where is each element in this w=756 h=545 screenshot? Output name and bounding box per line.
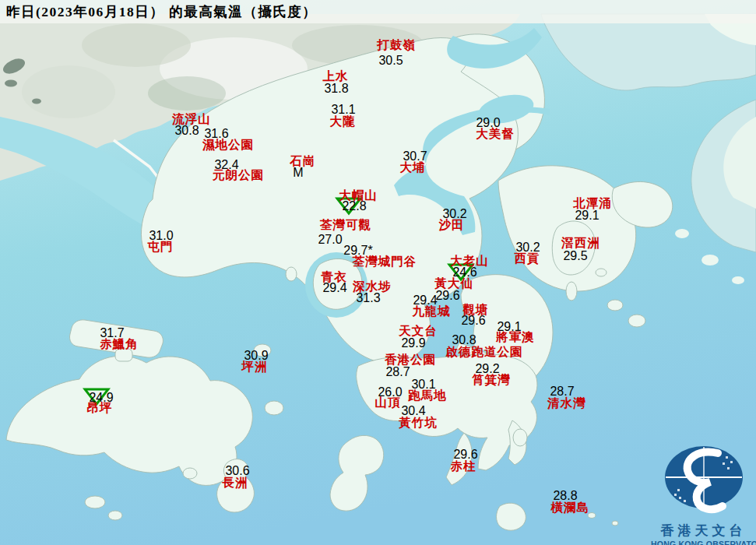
hko-logo-name-en: HONG KONG OBSERVATORY (651, 540, 756, 545)
station-value: 28.7 (385, 366, 410, 378)
station-name: 上水 (323, 70, 349, 83)
station-name: 昂坪 (87, 402, 113, 414)
station-name: 將軍澳 (496, 331, 535, 343)
station-value: 29.9 (401, 337, 425, 350)
station-value: 31.8 (324, 83, 348, 95)
hk-max-temperature-map: 昨日(2023年06月18日） 的最高氣溫（攝氏度） 30.5打鼓嶺31.8上水… (0, 0, 756, 545)
station-name: 香港公園 (385, 353, 436, 366)
station-name: 筲箕灣 (472, 374, 511, 386)
station-name: 大美督 (476, 128, 515, 140)
station-name: 大帽山 (339, 189, 378, 202)
station-name: 大埔 (400, 161, 426, 174)
hong-kong-basemap (0, 0, 756, 545)
station-name: 石崗 (290, 155, 316, 167)
station-value: 31.3 (356, 292, 380, 304)
station-name: 啟德跑道公園 (446, 346, 523, 358)
station-value: 22.8 (342, 200, 366, 213)
station-value: 27.0 (318, 234, 342, 246)
station-name: 屯門 (148, 241, 174, 253)
station-name: 黃大仙 (434, 277, 473, 290)
station-name: 大隴 (330, 115, 356, 128)
station-name: 觀塘 (463, 304, 489, 316)
station-name: 滘西洲 (561, 237, 600, 249)
station-name: 荃灣可觀 (320, 219, 371, 231)
station-value: 29.5 (563, 250, 587, 262)
station-value: 29.6 (461, 315, 485, 327)
station-name: 赤鱲角 (100, 338, 139, 350)
station-name: 天文台 (399, 325, 438, 337)
station-value: M (293, 167, 303, 179)
station-name: 赤柱 (451, 460, 476, 473)
po-toi (497, 503, 526, 530)
station-name: 山頂 (375, 396, 401, 409)
station-name: 橫瀾島 (550, 501, 589, 514)
station-value: 29.4 (322, 282, 346, 294)
station-name: 長洲 (223, 476, 248, 489)
station-name: 沙田 (439, 219, 465, 231)
station-name: 清水灣 (547, 397, 586, 410)
map-title: 昨日(2023年06月18日） 的最高氣溫（攝氏度） (6, 2, 317, 21)
station-value: 30.5 (378, 54, 403, 67)
hko-logo: 香港天文台 HONG KONG OBSERVATORY (651, 434, 756, 545)
station-name: 元朗公園 (213, 169, 264, 181)
station-name: 流浮山 (172, 113, 211, 125)
station-value: 30.8 (174, 125, 199, 137)
hko-logo-emblem (651, 434, 756, 520)
station-name: 九龍城 (412, 305, 451, 318)
ma-wan (286, 267, 297, 281)
station-name: 坪洲 (242, 360, 268, 373)
station-name: 深水埗 (353, 280, 392, 293)
station-name: 黃竹坑 (399, 417, 438, 429)
station-name: 跑馬地 (408, 389, 447, 402)
station-name: 荃灣城門谷 (353, 255, 417, 268)
station-name: 大老山 (450, 255, 489, 267)
station-value: 29.1 (575, 209, 599, 222)
station-name: 濕地公園 (202, 139, 254, 151)
hko-logo-name-zh: 香港天文台 (651, 522, 756, 540)
station-name: 打鼓嶺 (377, 39, 416, 51)
station-name: 青衣 (322, 271, 347, 283)
station-value: 29.6 (435, 290, 459, 302)
tung-lung-chau (513, 429, 527, 446)
station-name: 西貢 (515, 252, 540, 265)
station-name: 北潭涌 (573, 197, 612, 209)
